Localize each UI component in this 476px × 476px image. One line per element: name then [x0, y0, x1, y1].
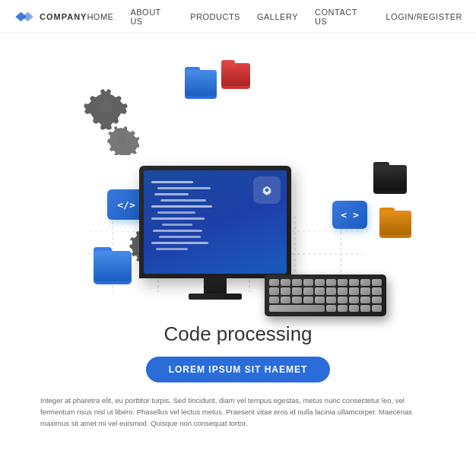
folder-red [221, 58, 250, 95]
logo-icon [14, 10, 35, 24]
cta-button[interactable]: LOREM IPSUM SIT HAEMET [146, 357, 331, 382]
gear-badge [253, 176, 281, 204]
svg-point-10 [119, 135, 128, 144]
svg-rect-17 [221, 63, 250, 86]
folder-blue-bottom [94, 243, 132, 292]
svg-rect-23 [379, 211, 411, 235]
folder-blue-topleft [185, 64, 217, 105]
monitor-base [189, 294, 242, 300]
svg-rect-20 [373, 165, 407, 191]
code-bracket-right: < > [332, 201, 367, 229]
description-text: Integer at pharetra elit, eu porttitor t… [40, 395, 436, 430]
logo-area: COMPANY [14, 10, 87, 24]
nav-links: HOME ABOUT US PRODUCTS GALLERY CONTACT U… [87, 8, 462, 26]
gear-medium [107, 123, 139, 155]
keyboard [265, 274, 386, 316]
nav-products[interactable]: PRODUCTS [190, 12, 240, 21]
navigation: COMPANY HOME ABOUT US PRODUCTS GALLERY C… [0, 0, 476, 33]
monitor-stand [204, 278, 227, 294]
text-section: Code processing LOREM IPSUM SIT HAEMET I… [10, 322, 466, 430]
svg-point-28 [265, 189, 269, 192]
nav-home[interactable]: HOME [87, 12, 113, 21]
folder-dark [373, 159, 407, 202]
monitor-screen [144, 170, 287, 274]
folder-yellow [379, 205, 411, 246]
svg-rect-26 [94, 251, 132, 281]
main-content: </> < > [0, 33, 476, 476]
nav-contact[interactable]: CONTACT US [315, 8, 369, 26]
logo-text: COMPANY [40, 12, 87, 21]
nav-about[interactable]: ABOUT US [130, 8, 173, 26]
svg-rect-14 [185, 70, 217, 96]
svg-point-9 [99, 100, 113, 113]
monitor-body [139, 166, 291, 278]
nav-login[interactable]: LOGIN/REGISTER [386, 12, 462, 21]
nav-gallery[interactable]: GALLERY [257, 12, 298, 21]
illustration: </> < > [17, 41, 459, 330]
